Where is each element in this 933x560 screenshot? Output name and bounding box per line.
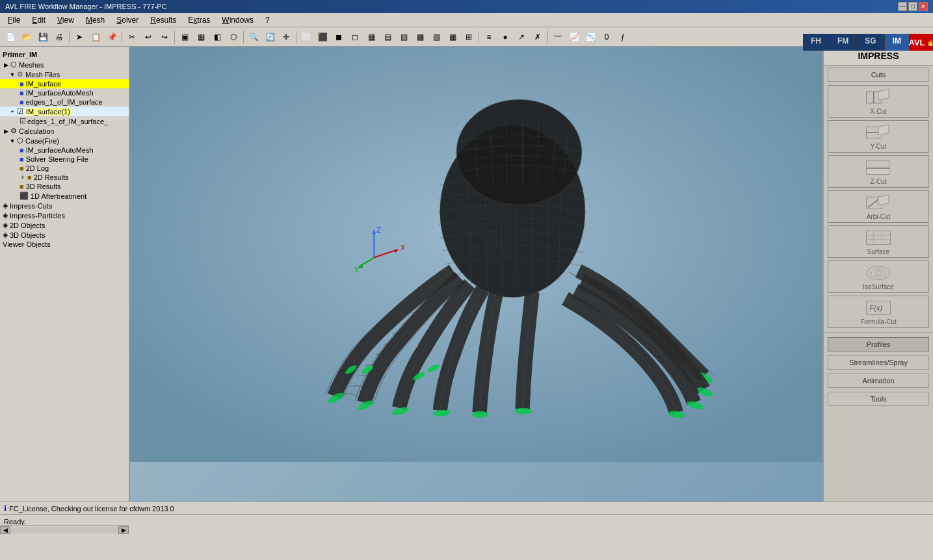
tb-save[interactable]: 💾 <box>35 29 51 45</box>
menu-help[interactable]: ? <box>260 14 275 26</box>
tb-b3[interactable]: ◧ <box>209 29 225 45</box>
tree-im-surface[interactable]: ■ IM_surface <box>0 79 129 88</box>
2d-log-icon: ■ <box>20 164 24 172</box>
tb-paste[interactable]: 📌 <box>104 29 120 45</box>
tab-fm[interactable]: FM <box>830 34 857 51</box>
tb-b1[interactable]: ▣ <box>177 29 192 45</box>
menu-file[interactable]: File <box>3 14 25 26</box>
tree-2d-results[interactable]: + ■ 2D Results <box>0 173 129 182</box>
tree-3d-objects[interactable]: ◈ 3D Objects <box>0 230 129 240</box>
tb-c8[interactable]: ▩ <box>412 29 428 45</box>
tree-mesh-files[interactable]: ▼ ⚙ Mesh Files <box>0 70 129 79</box>
tb-c9[interactable]: ▧ <box>428 29 444 45</box>
profiles-button[interactable]: Profiles <box>828 337 929 351</box>
tb-undo[interactable]: ↩ <box>140 29 156 45</box>
tb-chart[interactable]: 📈 <box>566 29 582 45</box>
iso-surface-button[interactable]: IsoSurface <box>828 261 929 293</box>
tb-print[interactable]: 🖨 <box>51 29 67 45</box>
tree-im-surface-automesh[interactable]: ■ IM_surfaceAutoMesh <box>0 88 129 97</box>
tb-c5[interactable]: ▦ <box>363 29 379 45</box>
viewport[interactable]: Z X Y <box>130 47 822 502</box>
x-cut-button[interactable]: X-Cut <box>828 85 929 118</box>
animation-button[interactable]: Animation <box>828 374 929 388</box>
tree-impress-cuts[interactable]: ◈ Impress-Cuts <box>0 201 129 210</box>
tb-redo[interactable]: ↪ <box>157 29 172 45</box>
formula-cut-button[interactable]: F(x) Formula-Cut <box>828 296 929 328</box>
tb-circle[interactable]: ● <box>497 29 513 45</box>
tb-b2[interactable]: ▦ <box>193 29 209 45</box>
streamlines-spray-button[interactable]: Streamlines/Spray <box>828 355 929 370</box>
tab-sg[interactable]: SG <box>857 34 884 51</box>
tb-c1[interactable]: ⬜ <box>298 29 314 45</box>
tb-wave[interactable]: 〰 <box>550 29 566 45</box>
svg-rect-43 <box>867 168 889 174</box>
tree-case-automesh[interactable]: ■ IM_surfaceAutoMesh <box>0 146 129 155</box>
z-cut-button[interactable]: Z-Cut <box>828 155 929 188</box>
tree-solver-steering[interactable]: ■ Solver Steering File <box>0 155 129 164</box>
tb-b4[interactable]: ⬡ <box>226 29 241 45</box>
tb-sep4 <box>243 31 244 44</box>
tab-fh[interactable]: FH <box>803 34 830 51</box>
arbi-cut-button[interactable]: Arbi-Cut <box>828 190 929 223</box>
tb-copy[interactable]: 📋 <box>88 29 103 45</box>
cuts-button[interactable]: Cuts <box>828 68 929 82</box>
tree-viewer-objects[interactable]: Viewer Objects <box>0 240 129 249</box>
tb-x[interactable]: ✗ <box>530 29 545 45</box>
tb-num[interactable]: 0 <box>599 29 614 45</box>
tab-im[interactable]: IM <box>885 34 910 51</box>
tb-new[interactable]: 📄 <box>3 29 18 45</box>
close-button[interactable]: ✕ <box>919 2 928 11</box>
maximize-button[interactable]: □ <box>908 2 917 11</box>
menu-edit[interactable]: Edit <box>27 14 51 26</box>
expand-calculation[interactable]: ▶ <box>3 128 9 134</box>
tb-func[interactable]: ƒ <box>615 29 631 45</box>
menu-solver[interactable]: Solver <box>111 14 144 26</box>
tb-zoom[interactable]: 🔍 <box>246 29 261 45</box>
tree-1d-aftertreatment[interactable]: ⬛ 1D Aftertreatment <box>0 191 129 201</box>
tb-refresh[interactable]: 🔄 <box>262 29 278 45</box>
menu-windows[interactable]: Windows <box>217 14 259 26</box>
tree-3d-results[interactable]: ■ 3D Results <box>0 182 129 191</box>
minimize-button[interactable]: — <box>898 2 907 11</box>
menu-results[interactable]: Results <box>145 14 181 26</box>
tree-im-surface-1[interactable]: + ☑ IM_surface(1) <box>0 107 129 116</box>
tools-button[interactable]: Tools <box>828 392 929 406</box>
tb-list[interactable]: ≡ <box>481 29 497 45</box>
svg-rect-48 <box>867 231 891 244</box>
menu-extras[interactable]: Extras <box>183 14 215 26</box>
tb-c4[interactable]: ◻ <box>347 29 363 45</box>
tb-c6[interactable]: ▤ <box>380 29 395 45</box>
surface-button[interactable]: Surface <box>828 225 929 258</box>
tb-pointer[interactable]: ↗ <box>514 29 529 45</box>
expand-case-fire[interactable]: ▼ <box>9 138 16 144</box>
svg-text:Z: Z <box>376 226 381 234</box>
tree-impress-particles[interactable]: ◈ Impress-Particles <box>0 210 129 220</box>
expand-2d-results[interactable]: + <box>20 174 26 181</box>
tb-c3[interactable]: ◼ <box>331 29 347 45</box>
expand-meshes[interactable]: ▶ <box>3 62 9 68</box>
tb-c10[interactable]: ▦ <box>445 29 460 45</box>
tb-cross[interactable]: ✛ <box>278 29 294 45</box>
2d-results-label: 2D Results <box>34 173 69 181</box>
edges-1-label: edges_1_of_IM_surface <box>26 98 103 106</box>
tree-case-fire[interactable]: ▼ ⬡ Case(Fire) <box>0 136 129 146</box>
tree-meshes[interactable]: ▶ ⬡ Meshes <box>0 60 129 70</box>
tb-graph[interactable]: 📉 <box>583 29 598 45</box>
tb-cut[interactable]: ✂ <box>124 29 140 45</box>
expand-im-surface-1[interactable]: + <box>9 108 16 115</box>
expand-mesh-files[interactable]: ▼ <box>9 71 16 78</box>
tb-arrow[interactable]: ➤ <box>72 29 87 45</box>
tree-edges-1[interactable]: ■ edges_1_of_IM_surface <box>0 97 129 107</box>
meshes-label: Meshes <box>19 61 44 69</box>
menu-mesh[interactable]: Mesh <box>81 14 110 26</box>
tb-open[interactable]: 📂 <box>19 29 34 45</box>
tree-2d-log[interactable]: ■ 2D Log <box>0 164 129 173</box>
tree-calculation[interactable]: ▶ ⚙ Calculation <box>0 126 129 136</box>
tree-edges-1b[interactable]: ☑ edges_1_of_IM_surface_ <box>0 116 129 126</box>
tb-c7[interactable]: ▨ <box>396 29 412 45</box>
tb-c11[interactable]: ⊞ <box>461 29 477 45</box>
y-cut-button[interactable]: Y-Cut <box>828 120 929 153</box>
tb-c2[interactable]: ⬛ <box>315 29 330 45</box>
menu-view[interactable]: View <box>52 14 79 26</box>
tree-2d-objects[interactable]: ◈ 2D Objects <box>0 220 129 230</box>
